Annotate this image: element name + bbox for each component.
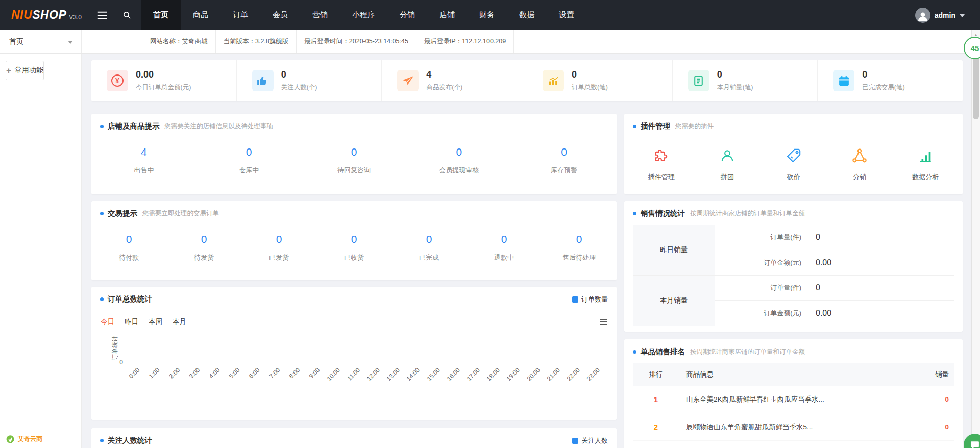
menu-item-members[interactable]: 会员 xyxy=(260,0,300,30)
table-row[interactable]: 2 辰颐物语山东羊角蜜脆甜瓜新鲜当季水5... 0 xyxy=(633,413,954,441)
shop-tips-body: 4 出售中 0 仓库中 0 待回复咨询 0 会员提现审核 xyxy=(91,138,617,175)
card-header: 交易提示 您需要立即处理的交易订单 xyxy=(91,201,617,225)
order-chart: 订单统计 0 0:001:002:003:004:005:006:007:008… xyxy=(91,329,617,406)
x-axis-label: 0:00 xyxy=(126,362,146,406)
sales-count: 0 xyxy=(908,395,954,403)
tip-completed[interactable]: 0 已完成 xyxy=(391,233,467,262)
rank-number: 2 xyxy=(633,422,679,431)
menu-toggle-button[interactable] xyxy=(90,0,114,30)
bullet-icon xyxy=(633,125,636,128)
stat-value: 0 xyxy=(572,69,608,80)
menu-item-shop[interactable]: 店铺 xyxy=(427,0,467,30)
puzzle-icon xyxy=(653,147,670,164)
order-chart-plot: 订单统计 0 xyxy=(126,334,606,362)
x-axis-label: 19:00 xyxy=(506,362,526,406)
bullet-icon xyxy=(100,297,104,301)
tab-yesterday[interactable]: 昨日 xyxy=(125,317,138,327)
left-sidebar: + 常用功能 艾奇云商 xyxy=(0,54,82,448)
clipboard-icon xyxy=(688,70,709,91)
money-icon: ¥ xyxy=(107,70,128,91)
x-axis-label: 3:00 xyxy=(186,362,206,406)
sidebar-menu-header[interactable]: 首页 xyxy=(0,30,82,53)
card-title: 插件管理 xyxy=(641,121,670,131)
tab-today[interactable]: 今日 xyxy=(101,317,114,327)
table-row[interactable]: 1 山东全美2K西瓜新鲜早春红玉西瓜应当季水... 0 xyxy=(633,386,954,413)
tip-received[interactable]: 0 已收货 xyxy=(316,233,391,262)
tip-shipped[interactable]: 0 已发货 xyxy=(241,233,316,262)
menu-item-distribution[interactable]: 分销 xyxy=(387,0,427,30)
card-subtitle: 您需要的插件 xyxy=(675,122,714,131)
app-logo[interactable]: NIUSHOP V3.0 xyxy=(0,0,90,30)
bullet-icon xyxy=(100,212,104,215)
tip-on-sale[interactable]: 4 出售中 xyxy=(91,146,197,175)
plugins-body: 插件管理 拼团 砍价 分销 xyxy=(624,138,963,182)
plugin-manager[interactable]: 插件管理 xyxy=(628,147,694,182)
card-header: 关注人数统计 关注人数 xyxy=(91,428,617,448)
card-title: 单品销售排名 xyxy=(641,347,685,357)
menu-item-orders[interactable]: 订单 xyxy=(220,0,260,30)
bullet-icon xyxy=(100,125,104,128)
footer-brand-name: 艾奇云商 xyxy=(18,435,42,443)
menu-item-finance[interactable]: 财务 xyxy=(467,0,507,30)
menu-item-data[interactable]: 数据 xyxy=(507,0,547,30)
menu-item-miniprogram[interactable]: 小程序 xyxy=(340,0,387,30)
card-subtitle: 按周期统计商家店铺的订单量和订单金额 xyxy=(690,347,805,356)
legend-order-count[interactable]: 订单数量 xyxy=(572,295,608,304)
last-login-time: 最后登录时间：2020-05-23 14:05:45 xyxy=(297,30,416,53)
y-axis-title: 订单统计 xyxy=(111,336,119,360)
rank-number: 1 xyxy=(633,395,679,404)
stat-label: 本月销量(笔) xyxy=(717,83,753,92)
trade-tips-card: 交易提示 您需要立即处理的交易订单 0 待付款 0 待发货 0 已发货 xyxy=(91,201,617,280)
stat-value: 0.00 xyxy=(136,69,191,80)
trend-chart-icon xyxy=(543,70,564,91)
menu-item-home[interactable]: 首页 xyxy=(141,0,181,30)
tab-this-month[interactable]: 本月 xyxy=(173,317,186,327)
product-name[interactable]: 山东全美2K西瓜新鲜早春红玉西瓜应当季水... xyxy=(679,395,908,404)
user-icon xyxy=(916,10,929,23)
user-menu[interactable]: admin xyxy=(915,0,980,30)
product-name[interactable]: 辰颐物语山东羊角蜜脆甜瓜新鲜当季水5... xyxy=(679,422,908,432)
stats-strip: ¥ 0.00 今日订单总金额(元) 0 关注人数(个) 4 商品发布(个) xyxy=(91,60,963,101)
tip-unpaid[interactable]: 0 待付款 xyxy=(91,233,166,262)
vertical-scrollbar[interactable]: ▲ ▼ xyxy=(971,30,980,448)
tip-in-warehouse[interactable]: 0 仓库中 xyxy=(197,146,302,175)
stat-month-sales: 0 本月销量(笔) xyxy=(673,60,818,101)
chat-bubble-icon xyxy=(970,440,980,448)
tip-pending-replies[interactable]: 0 待回复咨询 xyxy=(302,146,407,175)
group-label: 本月销量 xyxy=(633,276,715,326)
stat-label: 订单总数(笔) xyxy=(572,83,608,92)
stat-label: 今日订单总金额(元) xyxy=(136,83,191,92)
plugin-group-buy[interactable]: 拼团 xyxy=(694,147,760,182)
sub-header: 首页 网站名称：艾奇商城 当前版本：3.2.8旗舰版 最后登录时间：2020-0… xyxy=(0,30,971,54)
tip-withdraw-review[interactable]: 0 会员提现审核 xyxy=(406,146,511,175)
menu-item-marketing[interactable]: 营销 xyxy=(300,0,340,30)
tab-this-week[interactable]: 本周 xyxy=(149,317,162,327)
x-axis-label: 7:00 xyxy=(266,362,286,406)
tip-aftersale-pending[interactable]: 0 售后待处理 xyxy=(542,233,617,262)
product-ranking-card: 单品销售排名 按周期统计商家店铺的订单量和订单金额 排行 商品信息 销量 1 山… xyxy=(624,339,963,448)
plugin-bargain[interactable]: 砍价 xyxy=(761,147,826,182)
menu-item-settings[interactable]: 设置 xyxy=(547,0,586,30)
tip-stock-warning[interactable]: 0 库存预警 xyxy=(511,146,617,175)
table-row: 订单金额(元) 0.00 xyxy=(715,250,954,275)
legend-followers[interactable]: 关注人数 xyxy=(572,436,608,445)
card-title: 店铺及商品提示 xyxy=(108,121,160,131)
tip-to-ship[interactable]: 0 待发货 xyxy=(166,233,241,262)
menu-item-goods[interactable]: 商品 xyxy=(181,0,220,30)
tip-refunding[interactable]: 0 退款中 xyxy=(467,233,542,262)
chart-toolbox-icon[interactable] xyxy=(600,319,607,325)
avatar xyxy=(915,8,930,23)
plugin-distribution[interactable]: 分销 xyxy=(826,147,892,182)
main-content: ¥ 0.00 今日订单总金额(元) 0 关注人数(个) 4 商品发布(个) xyxy=(82,54,971,448)
x-axis-label: 16:00 xyxy=(446,362,466,406)
sales-stats-card: 销售情况统计 按周期统计商家店铺的订单量和订单金额 昨日销量 订单量(件) 0 … xyxy=(624,201,963,332)
shop-tips-card: 店铺及商品提示 您需要关注的店铺信息以及待处理事项 4 出售中 0 仓库中 0 … xyxy=(91,114,617,194)
calendar-icon xyxy=(833,70,854,91)
search-button[interactable] xyxy=(114,0,139,30)
chart-period-tabs: 今日 昨日 本周 本月 xyxy=(91,311,617,329)
quick-functions-button[interactable]: + 常用功能 xyxy=(6,61,44,80)
plugin-data-analysis[interactable]: 数据分析 xyxy=(893,147,959,182)
x-axis-label: 4:00 xyxy=(206,362,226,406)
plugins-card: 插件管理 您需要的插件 插件管理 拼团 砍价 xyxy=(624,114,963,194)
stat-value: 0 xyxy=(281,69,317,80)
